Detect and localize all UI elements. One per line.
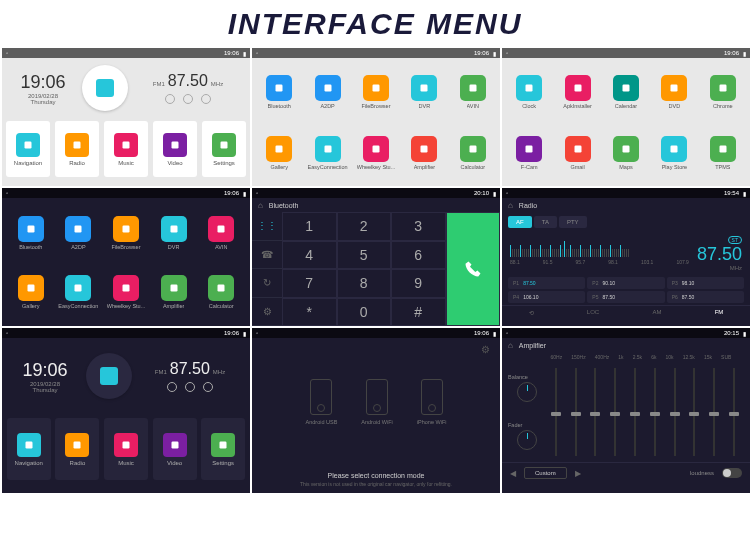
call-button[interactable] bbox=[446, 212, 501, 326]
play-icon[interactable] bbox=[185, 382, 195, 392]
app-tile[interactable]: Gallery bbox=[8, 263, 54, 320]
prev-icon[interactable] bbox=[167, 382, 177, 392]
radio-band-button[interactable]: LOC bbox=[587, 309, 599, 316]
radio-widget[interactable]: FM187.50MHz bbox=[138, 360, 242, 392]
amp-knob[interactable]: Fader bbox=[508, 422, 546, 450]
radio-preset[interactable]: P187.50 bbox=[508, 277, 585, 289]
dial-key[interactable]: 5 bbox=[337, 241, 392, 270]
eq-slider[interactable] bbox=[674, 368, 676, 456]
eq-slider[interactable] bbox=[575, 368, 577, 456]
connection-option[interactable]: Android WiFi bbox=[361, 379, 392, 425]
radio-tab[interactable]: AF bbox=[508, 216, 532, 228]
dial-key[interactable]: 8 bbox=[337, 269, 392, 298]
eq-slider[interactable] bbox=[614, 368, 616, 456]
app-tile[interactable]: Settings bbox=[201, 418, 245, 480]
radio-dial[interactable] bbox=[82, 65, 128, 111]
dial-key[interactable]: 9 bbox=[391, 269, 446, 298]
app-tile[interactable]: FileBrowser bbox=[103, 204, 149, 261]
eq-slider[interactable] bbox=[555, 368, 557, 456]
radio-preset[interactable]: P587.50 bbox=[587, 291, 664, 303]
settings-icon[interactable]: ⚙ bbox=[481, 344, 490, 355]
app-tile[interactable]: Gallery bbox=[256, 123, 302, 182]
app-tile[interactable]: Settings bbox=[202, 121, 246, 177]
dial-key[interactable]: 1 bbox=[282, 212, 337, 241]
radio-preset[interactable]: P398.10 bbox=[667, 277, 744, 289]
clock-widget[interactable]: 19:06 2019/02/28 Thursday bbox=[8, 72, 78, 105]
back-icon[interactable]: ⌂ bbox=[508, 201, 513, 210]
app-tile[interactable]: TPMS bbox=[700, 123, 746, 182]
eq-slider[interactable] bbox=[733, 368, 735, 456]
clock-widget[interactable]: 19:06 2019/02/28 Thursday bbox=[10, 360, 80, 393]
dial-key[interactable]: # bbox=[391, 298, 446, 327]
amp-knob[interactable]: Balance bbox=[508, 374, 546, 402]
prev-preset-icon[interactable]: ◀ bbox=[510, 469, 516, 478]
dial-key[interactable]: 7 bbox=[282, 269, 337, 298]
back-icon[interactable]: ⌂ bbox=[258, 201, 263, 210]
app-tile[interactable]: ApkInstaller bbox=[554, 62, 600, 121]
connection-option[interactable]: Android USB bbox=[306, 379, 338, 425]
dial-key[interactable]: 3 bbox=[391, 212, 446, 241]
connection-option[interactable]: iPhone WiFi bbox=[417, 379, 447, 425]
eq-slider[interactable] bbox=[713, 368, 715, 456]
app-tile[interactable]: Amplifier bbox=[151, 263, 197, 320]
radio-band-button[interactable]: AM bbox=[652, 309, 661, 316]
play-icon[interactable] bbox=[183, 94, 193, 104]
next-icon[interactable] bbox=[203, 382, 213, 392]
radio-band-button[interactable]: FM bbox=[715, 309, 724, 316]
contacts-tab-icon[interactable]: ☎ bbox=[252, 241, 282, 270]
app-tile[interactable]: EasyConnection bbox=[56, 263, 102, 320]
app-tile[interactable]: AVIN bbox=[198, 204, 244, 261]
app-tile[interactable]: Bluetooth bbox=[256, 62, 302, 121]
app-tile[interactable]: Radio bbox=[55, 418, 99, 480]
app-tile[interactable]: Amplifier bbox=[401, 123, 447, 182]
dial-key[interactable]: 2 bbox=[337, 212, 392, 241]
app-tile[interactable]: Gmail bbox=[554, 123, 600, 182]
app-tile[interactable]: Chrome bbox=[700, 62, 746, 121]
app-tile[interactable]: Calendar bbox=[603, 62, 649, 121]
eq-slider[interactable] bbox=[654, 368, 656, 456]
radio-preset[interactable]: P290.10 bbox=[587, 277, 664, 289]
app-tile[interactable]: DVR bbox=[151, 204, 197, 261]
app-tile[interactable]: Navigation bbox=[7, 418, 51, 480]
dial-key[interactable]: * bbox=[282, 298, 337, 327]
app-tile[interactable]: Calculator bbox=[198, 263, 244, 320]
app-tile[interactable]: Wheelkey Stu... bbox=[103, 263, 149, 320]
app-tile[interactable]: Calculator bbox=[450, 123, 496, 182]
keypad-tab-icon[interactable]: ⋮⋮ bbox=[252, 212, 282, 241]
app-tile[interactable]: Video bbox=[153, 121, 197, 177]
app-tile[interactable]: Wheelkey Stu... bbox=[353, 123, 399, 182]
next-preset-icon[interactable]: ▶ bbox=[575, 469, 581, 478]
radio-dial[interactable] bbox=[86, 353, 132, 399]
app-tile[interactable]: DVR bbox=[401, 62, 447, 121]
radio-tab[interactable]: TA bbox=[534, 216, 557, 228]
app-tile[interactable]: Radio bbox=[55, 121, 99, 177]
next-icon[interactable] bbox=[201, 94, 211, 104]
app-tile[interactable]: Music bbox=[104, 121, 148, 177]
app-tile[interactable]: Play Store bbox=[651, 123, 697, 182]
app-tile[interactable]: A2DP bbox=[304, 62, 350, 121]
frequency-scale[interactable]: 88.191.595.798.1103.1107.9 bbox=[510, 241, 689, 267]
eq-preset-button[interactable]: Custom bbox=[524, 467, 567, 479]
dial-key[interactable]: 6 bbox=[391, 241, 446, 270]
loudness-toggle[interactable] bbox=[722, 468, 742, 478]
eq-slider[interactable] bbox=[634, 368, 636, 456]
radio-preset[interactable]: P4106.10 bbox=[508, 291, 585, 303]
app-tile[interactable]: Clock bbox=[506, 62, 552, 121]
radio-tab[interactable]: PTY bbox=[559, 216, 587, 228]
radio-band-button[interactable]: ⟲ bbox=[529, 309, 534, 316]
app-tile[interactable]: FileBrowser bbox=[353, 62, 399, 121]
app-tile[interactable]: F-Cam bbox=[506, 123, 552, 182]
app-tile[interactable]: DVD bbox=[651, 62, 697, 121]
app-tile[interactable]: A2DP bbox=[56, 204, 102, 261]
app-tile[interactable]: Navigation bbox=[6, 121, 50, 177]
radio-widget[interactable]: FM187.50MHz bbox=[132, 72, 244, 104]
app-tile[interactable]: Music bbox=[104, 418, 148, 480]
app-tile[interactable]: EasyConnection bbox=[304, 123, 350, 182]
prev-icon[interactable] bbox=[165, 94, 175, 104]
radio-preset[interactable]: P687.50 bbox=[667, 291, 744, 303]
app-tile[interactable]: Bluetooth bbox=[8, 204, 54, 261]
eq-slider[interactable] bbox=[594, 368, 596, 456]
app-tile[interactable]: Maps bbox=[603, 123, 649, 182]
back-icon[interactable]: ⌂ bbox=[508, 341, 513, 350]
app-tile[interactable]: AVIN bbox=[450, 62, 496, 121]
